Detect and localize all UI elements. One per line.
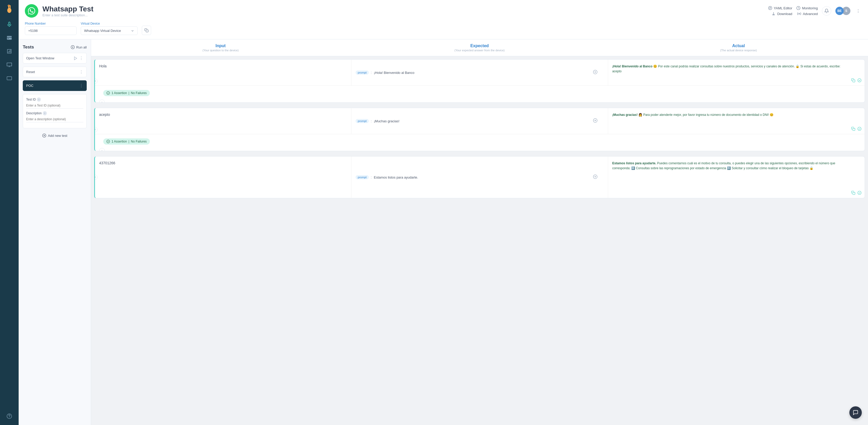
svg-point-11 (799, 13, 800, 14)
svg-rect-6 (7, 77, 12, 80)
header: Whatsapp Test Enter a test suite descrip… (19, 0, 868, 39)
svg-rect-22 (853, 128, 855, 131)
test-card-1-inner: Hola prompt : ¡Hola! Bienvenido al Banco (95, 60, 865, 86)
assertion-badge-2: 1 Assertion | No Failures (103, 138, 150, 145)
test-item-menu-poc[interactable]: ⋮ (79, 83, 83, 88)
test-card-3: × 43701266 prompt : Estamos listos para … (94, 156, 865, 198)
test-item-reset[interactable]: Reset ⋮ (23, 66, 87, 77)
svg-point-8 (25, 4, 38, 18)
app-subtitle: Enter a test suite description... (42, 13, 93, 17)
sidebar-item-help[interactable] (4, 410, 15, 422)
svg-rect-18 (853, 80, 855, 82)
results-scroll: × Hola prompt : ¡Hola! Bienvenido al Ban… (91, 56, 868, 425)
add-new-test-btn[interactable]: Add new test (23, 132, 87, 140)
tests-panel: Tests Run all Open Test Window ⋮ Reset ⋮… (19, 39, 91, 425)
header-top: Whatsapp Test Enter a test suite descrip… (25, 4, 862, 18)
yaml-editor-btn[interactable]: YAML Editor (768, 6, 793, 10)
phone-label: Phone Number (25, 22, 76, 25)
test-id-field: Test ID i (26, 97, 83, 109)
check-actual-2[interactable] (858, 127, 862, 131)
copy-button[interactable] (142, 26, 151, 35)
test-id-label: Test ID i (26, 97, 83, 102)
avatar-be: BE (835, 7, 844, 15)
device-label: Virtual Device (81, 22, 138, 25)
test-id-input[interactable] (26, 103, 83, 109)
action-icons-2 (851, 127, 862, 131)
test-details-panel: Test ID i Description i (23, 94, 87, 128)
device-group: Virtual Device Whatsapp Virtual Device (81, 22, 138, 35)
svg-point-19 (858, 79, 861, 82)
add-row-after-2[interactable]: + (99, 148, 105, 151)
test-card-3-inner: 43701266 prompt : Estamos listos para ay… (95, 157, 865, 198)
advanced-btn[interactable]: Advanced (797, 12, 818, 16)
assertion-badge-1: 1 Assertion | No Failures (103, 90, 150, 96)
sidebar-item-chart[interactable] (4, 46, 15, 57)
app-title: Whatsapp Test (42, 5, 93, 13)
tests-header: Tests Run all (23, 45, 87, 50)
sidebar-item-credit[interactable] (4, 73, 15, 84)
add-expected-btn[interactable] (593, 70, 597, 74)
results-header: Input (Your question to the device) Expe… (91, 39, 868, 56)
remove-row-1[interactable]: × (94, 79, 98, 84)
tc-expected-3: prompt : Estamos listos para ayudarte. (351, 157, 608, 198)
col-header-expected: Expected (Your expected answer from the … (350, 42, 609, 53)
check-actual-1[interactable] (858, 78, 862, 82)
action-icons-3 (851, 191, 862, 195)
svg-rect-26 (853, 192, 855, 195)
svg-marker-14 (72, 47, 73, 48)
svg-marker-15 (74, 57, 76, 60)
copy-actual-2[interactable] (851, 127, 855, 131)
tc-input-1: Hola (95, 60, 351, 86)
description-label: Description i (26, 111, 83, 115)
add-row-after-1[interactable]: + (99, 100, 105, 103)
run-all-button[interactable]: Run all (71, 45, 87, 49)
header-form: Phone Number Virtual Device Whatsapp Vir… (25, 22, 862, 35)
tc-actual-3: Estamos listos para ayudarte. Puedes com… (608, 157, 865, 198)
sidebar (0, 0, 19, 425)
avatar-group: BE S (835, 7, 850, 15)
test-item-poc[interactable]: POC ⋮ (23, 80, 87, 91)
sidebar-item-cards[interactable] (4, 32, 15, 44)
check-actual-3[interactable] (858, 191, 862, 195)
phone-input[interactable] (25, 26, 76, 35)
svg-rect-3 (10, 5, 10, 8)
svg-rect-12 (146, 30, 148, 32)
test-item-menu-open[interactable]: ⋮ (79, 56, 83, 61)
notification-bell[interactable] (822, 6, 831, 16)
header-right: YAML Editor Download Monitoring Advanced (768, 6, 862, 16)
tests-title: Tests (23, 45, 34, 50)
col-header-actual: Actual (The actual device response) (609, 42, 868, 53)
device-select[interactable]: Whatsapp Virtual Device (81, 26, 138, 35)
sidebar-item-display[interactable] (4, 59, 15, 70)
add-expected-btn-3[interactable] (593, 174, 597, 179)
description-field: Description i (26, 111, 83, 122)
download-btn[interactable]: Download (772, 12, 792, 16)
remove-row-3[interactable]: × (94, 175, 98, 180)
col-header-input: Input (Your question to the device) (91, 42, 350, 53)
test-item-open-test[interactable]: Open Test Window ⋮ (23, 53, 87, 63)
svg-point-5 (8, 5, 9, 6)
tc-expected-1: prompt : ¡Hola! Bienvenido al Banco (351, 60, 608, 86)
action-icons-1 (851, 78, 862, 82)
whatsapp-icon (25, 4, 38, 18)
app-title-block: Whatsapp Test Enter a test suite descrip… (42, 5, 93, 17)
phone-group: Phone Number (25, 22, 76, 35)
copy-actual-3[interactable] (851, 191, 855, 195)
svg-point-24 (106, 140, 110, 143)
header-action-group-2: Monitoring Advanced (796, 6, 818, 16)
test-item-menu-reset[interactable]: ⋮ (79, 69, 83, 74)
copy-actual-1[interactable] (851, 78, 855, 82)
sidebar-item-mic[interactable] (4, 19, 15, 30)
main-content: Whatsapp Test Enter a test suite descrip… (19, 0, 868, 425)
header-left: Whatsapp Test Enter a test suite descrip… (25, 4, 93, 18)
tc-actual-1: ¡Hola! Bienvenido al Banco 😊 Por este ca… (608, 60, 865, 86)
remove-row-2[interactable]: × (94, 127, 98, 132)
app-logo[interactable] (4, 3, 15, 15)
chat-button[interactable] (849, 406, 862, 419)
header-action-group: YAML Editor Download (768, 6, 793, 16)
description-input[interactable] (26, 116, 83, 122)
monitoring-btn[interactable]: Monitoring (796, 6, 818, 10)
svg-point-20 (106, 91, 110, 94)
more-menu-btn[interactable]: ⋮ (855, 7, 862, 15)
add-expected-btn-2[interactable] (593, 118, 597, 123)
